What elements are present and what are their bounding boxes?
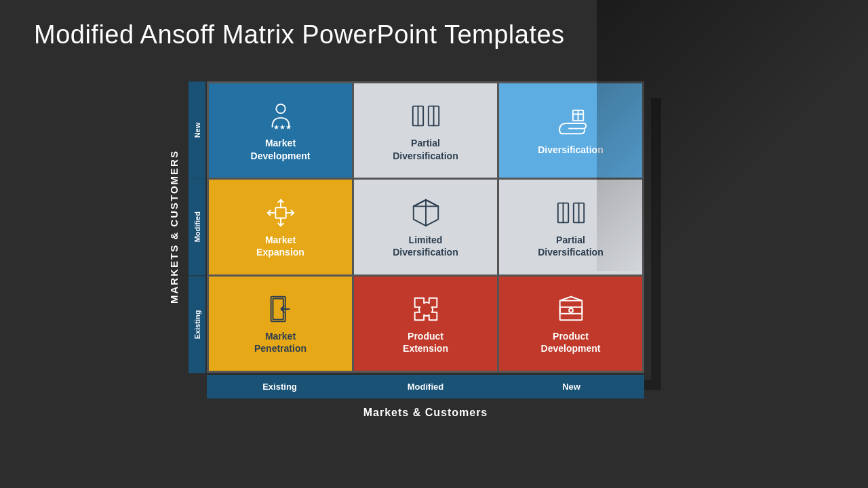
puzzle-icon [409,292,443,326]
cell-partial-diversification-top[interactable]: PartialDiversification [354,83,497,178]
x-label-modified: Modified [353,375,498,399]
svg-point-23 [281,308,283,310]
cell-product-extension[interactable]: ProductExtension [354,277,497,371]
page-title: Modified Ansoff Matrix PowerPoint Templa… [34,20,565,49]
two-boxes-icon-top [409,99,443,133]
svg-text:★★★: ★★★ [273,124,292,131]
svg-rect-24 [559,301,582,321]
cell-label-market-development: MarketDevelopment [251,137,311,161]
cell-market-development[interactable]: ★★★ MarketDevelopment [209,83,352,178]
arrows-cross-icon [264,196,298,230]
cell-market-penetration[interactable]: MarketPenetration [209,277,352,371]
cell-label-partial-div-mid: PartialDiversification [538,234,603,258]
x-axis-bar: Existing Modified New [207,375,644,399]
x-label-new: New [498,375,644,399]
svg-point-26 [569,308,573,312]
matrix-grid: ★★★ MarketDevelopment PartialDiversifica… [207,81,644,373]
y-label-modified: Modified [189,178,205,275]
x-axis-title: Markets & Customers [207,407,644,419]
cell-product-development[interactable]: ProductDevelopment [499,277,642,371]
y-row-labels: New Modified Existing [189,81,205,373]
cell-label-product-development: ProductDevelopment [541,330,601,354]
door-enter-icon [264,292,298,326]
cell-label-market-penetration: MarketPenetration [254,330,307,354]
x-label-existing: Existing [207,375,353,399]
cell-label-diversification: Diversification [538,144,603,156]
svg-rect-9 [275,207,285,218]
two-boxes-icon-mid [554,196,588,230]
cell-label-limited-div: LimitedDiversification [393,234,458,258]
cell-partial-diversification-mid[interactable]: PartialDiversification [499,180,642,274]
svg-point-0 [276,104,285,113]
y-label-existing: Existing [189,276,205,373]
y-axis-label: Markets & Customers [168,81,180,373]
cell-limited-diversification[interactable]: LimitedDiversification [354,180,497,274]
box-label-icon [554,292,588,326]
cell-label-market-expansion: MarketExpansion [256,234,304,258]
cell-market-expansion[interactable]: MarketExpansion [209,180,352,274]
hand-box-icon [554,106,588,140]
person-star-icon: ★★★ [264,99,298,133]
y-label-new: New [189,81,205,178]
cell-diversification[interactable]: Diversification [499,83,642,178]
cube-icon [409,196,443,230]
cell-label-product-extension: ProductExtension [403,330,448,354]
cell-label-partial-div-top: PartialDiversification [393,137,458,161]
